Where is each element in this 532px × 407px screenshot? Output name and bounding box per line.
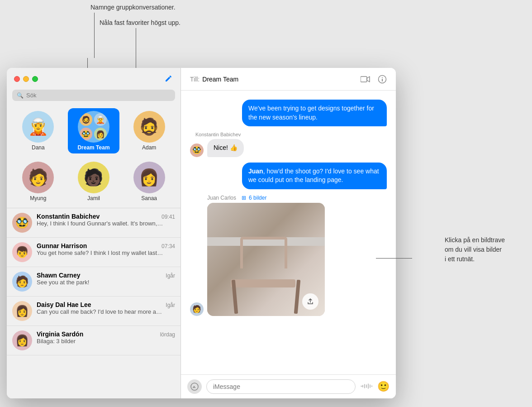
msg-avatar-juan: 🧑 (190, 302, 204, 316)
messages-window: 🔍 🧝 Dana 🧔 🧝 🥸 👩 Dream Team (7, 68, 396, 398)
maximize-button[interactable] (32, 76, 38, 82)
conv-preview-virginia: Bilaga: 3 bilder (37, 338, 163, 345)
conv-time-gunnar: 07:34 (162, 243, 175, 249)
chat-header-actions (361, 75, 387, 84)
annotation-pin-favorites: Nåla fast favoriter högst upp. (100, 19, 180, 26)
bubble-incoming-konstantin: Nice! 👍 (207, 139, 244, 157)
avatar-adam: 🧔 (133, 111, 165, 143)
avatar-myung: 🧑 (22, 162, 54, 193)
message-outgoing-2: Juan, how'd the shoot go? I'd love to se… (190, 163, 387, 189)
share-button[interactable] (302, 293, 318, 310)
bubble-outgoing-2: Juan, how'd the shoot go? I'd love to se… (242, 163, 387, 189)
app-store-button[interactable] (187, 379, 202, 394)
avatar-dana: 🧝 (22, 111, 54, 143)
message-incoming-konstantin: Konstantin Babichev 🥸 Nice! 👍 (190, 132, 387, 157)
conv-name-daisy: Daisy Dal Hae Lee (37, 301, 91, 308)
search-icon: 🔍 (17, 92, 24, 99)
image-section-juan: Juan Carlos ⊞ 6 bilder 🧑 (190, 195, 387, 316)
annotations-area: Namnge gruppkonversationer. Nåla fast fa… (0, 0, 532, 72)
conv-time-virginia: lördag (160, 331, 175, 338)
conv-time-daisy: Igår (166, 302, 175, 308)
avatar-dreamteam: 🧔 🧝 🥸 👩 (78, 111, 109, 143)
conv-avatar-gunnar: 👦 (12, 242, 32, 262)
avatar-sanaa: 👩 (133, 162, 165, 193)
conv-time-shawn: Igår (166, 273, 175, 279)
search-bar[interactable]: 🔍 (12, 90, 175, 101)
conv-avatar-daisy: 👩 (12, 301, 32, 321)
minimize-button[interactable] (23, 76, 29, 82)
conv-avatar-konstantin: 🥸 (12, 213, 32, 233)
msg-avatar-konstantin: 🥸 (190, 144, 204, 157)
sidebar: 🔍 🧝 Dana 🧔 🧝 🥸 👩 Dream Team (7, 68, 181, 398)
info-button[interactable] (378, 75, 387, 84)
conv-content-gunnar: Gunnar Harrison 07:34 You get home safe?… (37, 242, 175, 256)
to-label: Till: (190, 76, 200, 83)
conv-avatar-shawn: 🧑 (12, 272, 32, 292)
input-bar: 🙂 (181, 374, 396, 398)
svg-rect-2 (382, 79, 383, 81)
image-preview (207, 203, 325, 316)
conv-content-shawn: Shawn Carney Igår See you at the park! (37, 272, 175, 286)
audio-waveform-icon[interactable] (360, 383, 373, 391)
message-input[interactable] (206, 379, 356, 394)
chat-area: Till: Dream Team (181, 68, 396, 398)
image-sender-juan: Juan Carlos (207, 195, 236, 201)
pinned-contact-myung[interactable]: 🧑 Myung (12, 159, 64, 204)
conversation-gunnar[interactable]: 👦 Gunnar Harrison 07:34 You get home saf… (7, 238, 180, 267)
chat-header: Till: Dream Team (181, 68, 396, 91)
annotation-line-1 (94, 13, 95, 58)
pinned-name-dreamteam: Dream Team (77, 144, 109, 151)
message-sender-konstantin: Konstantin Babichev (190, 132, 246, 137)
traffic-lights (14, 76, 38, 82)
conv-preview-daisy: Can you call me back? I'd love to hear m… (37, 308, 163, 315)
conversation-shawn[interactable]: 🧑 Shawn Carney Igår See you at the park! (7, 267, 180, 297)
pinned-contact-jamil[interactable]: 🧑🏿 Jamil (68, 159, 120, 204)
chair-seat (231, 279, 295, 287)
conv-content-daisy: Daisy Dal Hae Lee Igår Can you call me b… (37, 301, 175, 315)
chat-contact-name: Dream Team (202, 76, 238, 83)
conv-content-virginia: Virginia Sardón lördag Bilaga: 3 bilder (37, 330, 175, 345)
annotation-name-groups: Namnge gruppkonversationer. (90, 4, 176, 11)
conversation-virginia[interactable]: 👩 Virginia Sardón lördag Bilaga: 3 bilde… (7, 326, 180, 355)
message-outgoing-1: We've been trying to get designs togethe… (190, 100, 387, 126)
pinned-name-dana: Dana (32, 144, 45, 151)
conv-name-shawn: Shawn Carney (37, 272, 80, 279)
sidebar-titlebar (7, 68, 180, 88)
annotation-arrow-line (376, 258, 412, 259)
conv-content-konstantin: Konstantin Babichev 09:41 Hey, I think I… (37, 213, 175, 227)
video-call-button[interactable] (361, 76, 370, 83)
mention-juan: Juan (248, 168, 263, 175)
conv-time-konstantin: 09:41 (162, 214, 175, 220)
avatar-jamil: 🧑🏿 (78, 162, 109, 193)
pinned-contact-sanaa[interactable]: 👩 Sanaa (123, 159, 175, 204)
chat-header-title: Till: Dream Team (190, 76, 238, 83)
image-header-juan[interactable]: Juan Carlos ⊞ 6 bilder (190, 195, 387, 201)
conv-name-konstantin: Konstantin Babichev (37, 213, 100, 220)
right-annotation: Klicka på en bildtraveom du vill visa bi… (445, 235, 505, 264)
pinned-contact-adam[interactable]: 🧔 Adam (123, 108, 175, 153)
pinned-contact-dana[interactable]: 🧝 Dana (12, 108, 64, 153)
search-input[interactable] (26, 92, 171, 99)
conversation-konstantin[interactable]: 🥸 Konstantin Babichev 09:41 Hey, I think… (7, 208, 180, 238)
image-count-label[interactable]: 6 bilder (249, 195, 266, 201)
conv-avatar-virginia: 👩 (12, 330, 32, 350)
chair-back (240, 237, 287, 268)
conv-name-gunnar: Gunnar Harrison (37, 242, 87, 249)
svg-point-3 (382, 77, 383, 78)
close-button[interactable] (14, 76, 20, 82)
messages-area: We've been trying to get designs togethe… (181, 91, 396, 374)
conv-preview-shawn: See you at the park! (37, 279, 163, 286)
compose-button[interactable] (163, 74, 173, 84)
pinned-name-myung: Myung (30, 195, 46, 201)
image-stack[interactable] (207, 203, 325, 316)
pinned-contacts: 🧝 Dana 🧔 🧝 🥸 👩 Dream Team 🧔 Adam (7, 105, 180, 208)
pinned-contact-dreamteam[interactable]: 🧔 🧝 🥸 👩 Dream Team (68, 108, 120, 153)
conversation-daisy[interactable]: 👩 Daisy Dal Hae Lee Igår Can you call me… (7, 297, 180, 326)
conv-name-virginia: Virginia Sardón (37, 330, 83, 338)
pinned-name-jamil: Jamil (87, 195, 100, 201)
image-stack-wrap: 🧑 (190, 203, 387, 316)
pinned-name-adam: Adam (142, 144, 156, 151)
emoji-button[interactable]: 🙂 (377, 381, 390, 393)
conv-preview-konstantin: Hey, I think I found Gunnar's wallet. It… (37, 220, 163, 227)
pinned-name-sanaa: Sanaa (141, 195, 157, 201)
